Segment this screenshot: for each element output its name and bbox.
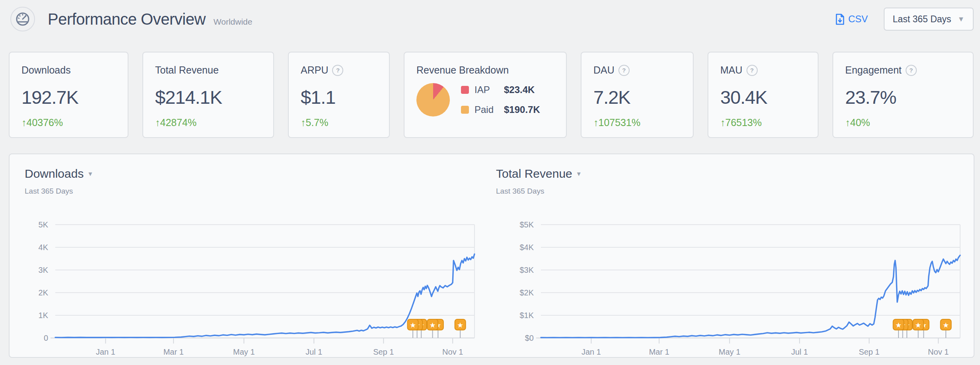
y-axis-tick-label: 0 — [44, 334, 48, 342]
kpi-label: Engagement — [845, 64, 902, 76]
x-axis-tick-label: Jul 1 — [305, 348, 322, 356]
app-update-star-marker[interactable]: ★ — [941, 319, 951, 330]
charts-panel: Downloads ▾ Last 365 Days 01K2K3K4K5KJan… — [9, 153, 974, 358]
app-update-star-marker[interactable]: ★ — [408, 319, 418, 330]
kpi-value: 23.7% — [845, 86, 961, 108]
legend-value: $190.7K — [504, 104, 540, 115]
help-icon[interactable]: ? — [747, 65, 758, 76]
kpi-card-row: Downloads 192.7K ↑40376% Total Revenue $… — [9, 52, 974, 138]
kpi-delta: ↑107531% — [593, 117, 681, 128]
downloads-metric-dropdown[interactable]: Downloads ▾ — [25, 167, 496, 181]
app-update-star-marker[interactable]: ★ — [455, 319, 466, 330]
date-range-value: Last 365 Days — [893, 14, 951, 25]
star-icon: ★ — [457, 321, 463, 329]
page-subtitle-region: Worldwide — [214, 12, 253, 27]
y-axis-tick-label: 4K — [39, 243, 49, 252]
star-icon: ★ — [410, 321, 416, 329]
chevron-down-icon: ▾ — [577, 169, 581, 178]
x-axis-tick-label: Jan 1 — [581, 348, 601, 356]
revenue-line-chart[interactable]: $0$1K$2K$3K$4K$5KJan 1Mar 1May 1Jul 1Sep… — [511, 220, 964, 358]
kpi-card-mau: MAU ? 30.4K ↑76513% — [708, 52, 819, 138]
x-axis-tick-label: Nov 1 — [442, 348, 463, 356]
y-axis-tick-label: $4K — [519, 243, 534, 252]
y-axis-tick-label: 2K — [39, 288, 49, 297]
legend-label: IAP — [474, 84, 498, 95]
csv-download-icon — [835, 14, 845, 25]
star-icon: ★ — [943, 321, 949, 329]
revenue-breakdown-title: Revenue Breakdown — [416, 64, 554, 76]
revenue-metric-dropdown[interactable]: Total Revenue ▾ — [496, 167, 967, 181]
y-axis-tick-label: $1K — [519, 311, 534, 320]
kpi-card-arpu: ARPU ? $1.1 ↑5.7% — [288, 52, 390, 138]
x-axis-tick-label: Jul 1 — [791, 348, 808, 356]
kpi-label: DAU — [593, 64, 614, 76]
x-axis-tick-label: Sep 1 — [373, 348, 394, 356]
y-axis-tick-label: 1K — [39, 311, 49, 320]
x-axis-tick-label: May 1 — [233, 348, 255, 356]
legend-value: $23.4K — [504, 84, 535, 95]
app-update-star-marker[interactable]: ★ — [893, 319, 904, 330]
y-axis-tick-label: $3K — [519, 266, 534, 274]
kpi-delta: ↑40% — [845, 117, 961, 128]
kpi-card-dau: DAU ? 7.2K ↑107531% — [581, 52, 694, 138]
kpi-value: $1.1 — [301, 86, 377, 108]
revenue-chart-section: Total Revenue ▾ Last 365 Days $0$1K$2K$3… — [496, 167, 967, 354]
kpi-card-total-revenue: Total Revenue $214.1K ↑42874% — [142, 52, 274, 138]
y-axis-tick-label: 5K — [39, 220, 49, 229]
chevron-down-icon: ▾ — [88, 169, 92, 178]
x-axis-tick-label: Nov 1 — [928, 348, 949, 356]
page-title: Performance Overview — [48, 10, 206, 28]
revenue-breakdown-card: Revenue Breakdown IAP $23.4K Paid $190.7… — [404, 52, 567, 138]
star-icon: ★ — [895, 321, 902, 329]
x-axis-tick-label: May 1 — [719, 348, 740, 356]
kpi-card-engagement: Engagement ? 23.7% ↑40% — [832, 52, 974, 138]
app-update-star-marker[interactable]: ★ — [427, 319, 438, 330]
page-header: Performance Overview Worldwide CSV Last … — [0, 0, 980, 38]
legend-label: Paid — [474, 104, 498, 115]
x-axis-tick-label: Jan 1 — [96, 348, 115, 356]
kpi-delta: ↑76513% — [720, 117, 806, 128]
help-icon[interactable]: ? — [618, 65, 630, 76]
x-axis-tick-label: Mar 1 — [649, 348, 669, 356]
chart-subtitle: Last 365 Days — [25, 187, 496, 196]
date-range-dropdown[interactable]: Last 365 Days ▼ — [884, 8, 974, 31]
kpi-delta: ↑5.7% — [301, 117, 377, 128]
star-icon: ★ — [430, 321, 436, 329]
paid-color-swatch — [461, 106, 469, 114]
help-icon[interactable]: ? — [906, 65, 917, 76]
csv-label: CSV — [848, 14, 868, 25]
kpi-delta: ↑42874% — [155, 117, 261, 128]
kpi-label: ARPU — [301, 64, 328, 76]
kpi-value: 7.2K — [593, 86, 681, 108]
downloads-line-chart[interactable]: 01K2K3K4K5KJan 1Mar 1May 1Jul 1Sep 1Nov … — [25, 220, 479, 358]
kpi-value: 30.4K — [720, 86, 806, 108]
kpi-label: Total Revenue — [155, 64, 261, 76]
chart-title: Downloads — [25, 167, 84, 181]
star-icon: ★ — [915, 321, 922, 329]
kpi-delta: ↑40376% — [21, 117, 116, 128]
legend-row-iap: IAP $23.4K — [461, 84, 540, 95]
kpi-label: Downloads — [21, 64, 116, 76]
export-csv-button[interactable]: CSV — [835, 14, 868, 25]
y-axis-tick-label: $5K — [519, 220, 534, 229]
downloads-chart-section: Downloads ▾ Last 365 Days 01K2K3K4K5KJan… — [25, 167, 496, 354]
y-axis-tick-label: $0 — [525, 334, 534, 342]
revenue-pie-chart — [416, 83, 450, 116]
kpi-label: MAU — [720, 64, 743, 76]
x-axis-tick-label: Mar 1 — [163, 348, 184, 356]
y-axis-tick-label: $2K — [519, 288, 534, 297]
y-axis-tick-label: 3K — [39, 266, 49, 274]
revenue-pie-legend: IAP $23.4K Paid $190.7K — [461, 84, 540, 115]
chart-subtitle: Last 365 Days — [496, 187, 967, 196]
chevron-down-icon: ▼ — [958, 15, 965, 23]
x-axis-tick-label: Sep 1 — [859, 348, 879, 356]
performance-gauge-icon — [10, 7, 35, 31]
chart-title: Total Revenue — [496, 167, 572, 181]
app-update-star-marker[interactable]: ★ — [913, 319, 924, 330]
help-icon[interactable]: ? — [332, 65, 343, 76]
kpi-card-downloads: Downloads 192.7K ↑40376% — [9, 52, 128, 138]
legend-row-paid: Paid $190.7K — [461, 104, 540, 115]
kpi-value: 192.7K — [21, 86, 116, 108]
kpi-value: $214.1K — [155, 86, 261, 108]
iap-color-swatch — [461, 86, 469, 94]
